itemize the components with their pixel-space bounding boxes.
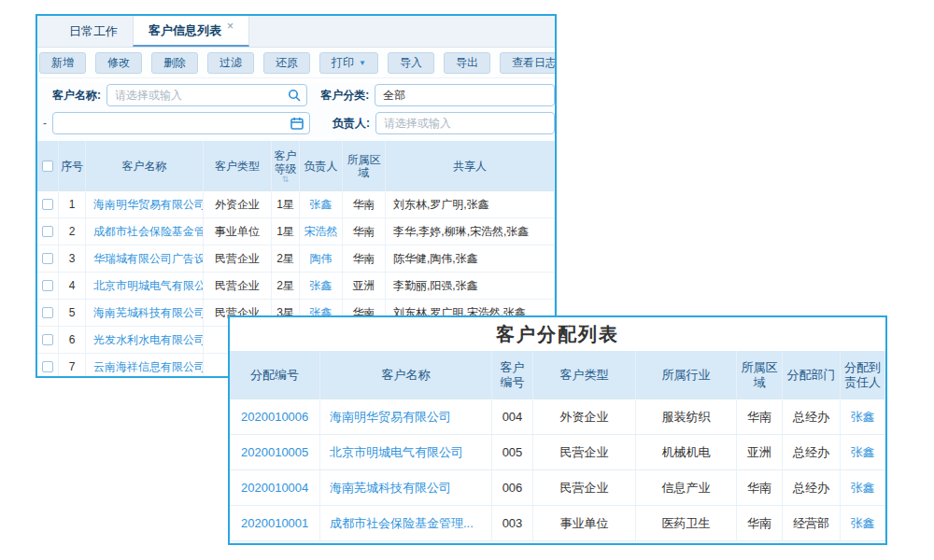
allocation-id-link[interactable]: 2020010005 bbox=[230, 435, 320, 469]
export-button[interactable]: 导出 bbox=[444, 52, 490, 74]
row-no: 6 bbox=[59, 327, 86, 353]
industry: 信息产业 bbox=[636, 470, 737, 505]
date-to-input[interactable] bbox=[52, 112, 310, 134]
toolbar: 新增 修改 删除 过滤 还原 打印 ▼ 导入 导出 查看日志 bbox=[37, 48, 555, 78]
close-icon[interactable]: × bbox=[227, 20, 234, 33]
customer-grade: 1星 bbox=[272, 191, 300, 217]
customer-name-link[interactable]: 云南海祥信息有限公司 bbox=[86, 354, 204, 378]
header-assignee: 分配到责任人 bbox=[841, 351, 885, 399]
region: 华南 bbox=[737, 506, 783, 540]
assignee-link[interactable]: 张鑫 bbox=[841, 506, 885, 540]
header-no: 序号 bbox=[59, 141, 86, 191]
tab-daily-work-label: 日常工作 bbox=[69, 23, 118, 40]
header-customer-name: 客户名称 bbox=[320, 351, 492, 399]
industry: 服装纺织 bbox=[636, 399, 737, 434]
assignee-link[interactable]: 张鑫 bbox=[841, 435, 885, 469]
row-no: 4 bbox=[59, 273, 86, 299]
header-customer-type: 客户类型 bbox=[533, 351, 636, 399]
region: 华南 bbox=[343, 218, 386, 245]
customer-name-link[interactable]: 成都市社会保险基金管理... bbox=[320, 506, 492, 540]
select-all-checkbox[interactable] bbox=[42, 161, 53, 172]
customer-name-input[interactable] bbox=[106, 84, 307, 106]
customer-code: 006 bbox=[492, 470, 533, 505]
region: 华南 bbox=[343, 245, 386, 272]
owner-link[interactable]: 张鑫 bbox=[300, 273, 343, 299]
shared-people: 陈华健,陶伟,张鑫 bbox=[386, 245, 555, 272]
customer-table-header: 序号 客户名称 客户类型 客户等级 ⇅ 负责人 所属区域 共享人 bbox=[37, 141, 555, 191]
region: 华南 bbox=[737, 399, 783, 434]
row-checkbox[interactable] bbox=[42, 226, 53, 237]
customer-category-select[interactable]: 全部 bbox=[375, 84, 555, 106]
header-customer-grade-label: 客户等级 bbox=[274, 149, 297, 175]
add-button[interactable]: 新增 bbox=[39, 52, 86, 74]
owner-input[interactable] bbox=[375, 112, 555, 134]
row-no: 7 bbox=[59, 354, 86, 378]
customer-type: 外资企业 bbox=[204, 191, 272, 217]
header-customer-code: 客户编号 bbox=[492, 351, 533, 399]
assignee-link[interactable]: 张鑫 bbox=[841, 399, 885, 434]
tab-daily-work[interactable]: 日常工作 bbox=[54, 16, 133, 47]
table-row[interactable]: 2020010005 北京市明城电气有限公司 005 民营企业 机械机电 亚洲 … bbox=[230, 435, 885, 470]
table-row[interactable]: 2020010004 海南芜城科技有限公司 006 民营企业 信息产业 华南 总… bbox=[230, 470, 885, 506]
customer-code: 004 bbox=[492, 399, 533, 434]
customer-code: 005 bbox=[492, 435, 533, 469]
shared-people: 李勤丽,阳强,张鑫 bbox=[386, 273, 555, 299]
sort-icon[interactable]: ⇅ bbox=[282, 175, 290, 184]
customer-name-link[interactable]: 海南明华贸易有限公司 bbox=[86, 191, 204, 217]
allocation-id-link[interactable]: 2020010001 bbox=[230, 506, 320, 540]
industry: 医药卫生 bbox=[636, 506, 737, 540]
owner-link[interactable]: 张鑫 bbox=[300, 191, 343, 217]
owner-link[interactable]: 宋浩然 bbox=[300, 218, 343, 245]
chevron-down-icon: ▼ bbox=[359, 59, 366, 67]
edit-button[interactable]: 修改 bbox=[95, 52, 142, 74]
allocation-table-header: 分配编号 客户名称 客户编号 客户类型 所属行业 所属区域 分配部门 分配到责任… bbox=[230, 351, 885, 399]
delete-button[interactable]: 删除 bbox=[151, 52, 198, 74]
allocation-id-link[interactable]: 2020010006 bbox=[230, 399, 320, 434]
row-checkbox[interactable] bbox=[42, 280, 53, 291]
row-checkbox[interactable] bbox=[42, 253, 53, 264]
allocation-id-link[interactable]: 2020010004 bbox=[230, 470, 320, 505]
department: 总经办 bbox=[783, 399, 841, 434]
table-row[interactable]: 2020010006 海南明华贸易有限公司 004 外资企业 服装纺织 华南 总… bbox=[230, 399, 885, 435]
row-checkbox[interactable] bbox=[42, 334, 53, 345]
customer-name-link[interactable]: 华瑞城有限公司广告设计部 bbox=[86, 245, 204, 272]
row-checkbox[interactable] bbox=[42, 361, 53, 372]
row-no: 1 bbox=[59, 191, 86, 217]
search-area: 客户名称: 客户分类: 全部 - 负 bbox=[37, 83, 555, 141]
import-button[interactable]: 导入 bbox=[388, 52, 434, 74]
customer-name-link[interactable]: 北京市明城电气有限公司 bbox=[320, 435, 492, 469]
table-row[interactable]: 2 成都市社会保险基金管理... 事业单位 1星 宋浩然 华南 李华,李婷,柳琳… bbox=[37, 218, 555, 245]
table-row[interactable]: 3 华瑞城有限公司广告设计部 民营企业 2星 陶伟 华南 陈华健,陶伟,张鑫 bbox=[37, 245, 555, 273]
tab-customer-info-list-label: 客户信息列表 bbox=[149, 22, 221, 39]
customer-name-link[interactable]: 海南明华贸易有限公司 bbox=[320, 399, 492, 434]
calendar-icon[interactable] bbox=[290, 117, 304, 130]
customer-type: 外资企业 bbox=[533, 399, 636, 434]
customer-name-link[interactable]: 成都市社会保险基金管理... bbox=[86, 218, 204, 245]
print-button[interactable]: 打印 ▼ bbox=[319, 52, 378, 74]
view-log-button[interactable]: 查看日志 bbox=[500, 52, 557, 74]
header-customer-type: 客户类型 bbox=[204, 141, 272, 191]
assignee-link[interactable]: 张鑫 bbox=[841, 470, 885, 505]
customer-name-link[interactable]: 北京市明城电气有限公司 bbox=[86, 273, 204, 299]
department: 经营部 bbox=[783, 506, 841, 540]
search-icon[interactable] bbox=[288, 89, 301, 102]
customer-name-link[interactable]: 光发水利水电有限公司 bbox=[86, 327, 204, 353]
header-customer-name: 客户名称 bbox=[86, 141, 204, 191]
tab-customer-info-list[interactable]: 客户信息列表 × bbox=[133, 16, 249, 47]
restore-button[interactable]: 还原 bbox=[263, 52, 310, 74]
customer-type: 民营企业 bbox=[204, 245, 272, 272]
customer-type: 民营企业 bbox=[204, 273, 272, 299]
owner-link[interactable]: 陶伟 bbox=[300, 245, 343, 272]
row-no: 5 bbox=[59, 300, 86, 326]
row-checkbox[interactable] bbox=[42, 307, 53, 318]
filter-button[interactable]: 过滤 bbox=[207, 52, 254, 74]
tab-bar: 日常工作 客户信息列表 × bbox=[37, 16, 555, 48]
region: 亚洲 bbox=[737, 435, 783, 469]
table-row[interactable]: 2020010001 成都市社会保险基金管理... 003 事业单位 医药卫生 … bbox=[230, 506, 885, 541]
customer-name-link[interactable]: 海南芜城科技有限公司 bbox=[86, 300, 204, 326]
table-row[interactable]: 1 海南明华贸易有限公司 外资企业 1星 张鑫 华南 刘东林,罗广明,张鑫 bbox=[37, 191, 555, 218]
table-row[interactable]: 4 北京市明城电气有限公司 民营企业 2星 张鑫 亚洲 李勤丽,阳强,张鑫 bbox=[37, 273, 555, 300]
shared-people: 刘东林,罗广明,张鑫 bbox=[386, 191, 555, 217]
customer-name-link[interactable]: 海南芜城科技有限公司 bbox=[320, 470, 492, 505]
row-checkbox[interactable] bbox=[42, 199, 53, 210]
